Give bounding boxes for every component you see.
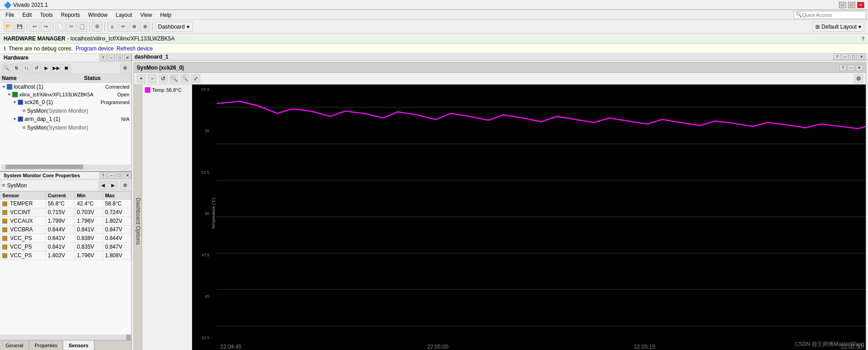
toolbar-settings[interactable]: ⚙ <box>92 22 102 32</box>
tab-general[interactable]: General <box>0 340 29 350</box>
hw-tree-node-sysmon2[interactable]: ▶ ≡ SysMon (System Monitor) <box>16 123 131 132</box>
search-icon: 🔍 <box>796 12 802 18</box>
sensor-cell-max: 0.847V <box>103 243 131 251</box>
table-row[interactable]: VCC_PS 1.802V 1.796V 1.808V <box>0 251 131 260</box>
hw-tree-node-sysmon1[interactable]: ▶ ≡ SysMon (System Monitor) <box>16 106 131 115</box>
sensor-scroll-indicator[interactable] <box>0 335 131 340</box>
chart-zoom-fit-button[interactable]: 🔍 <box>169 74 179 83</box>
hw-collapse-button[interactable]: ↑↓ <box>22 64 31 73</box>
hw-tree-node-localhost[interactable]: ▼ localhost (1) Connected <box>0 83 131 91</box>
table-row[interactable]: VCCAUX 1.799V 1.796V 1.802V <box>0 217 131 225</box>
table-row[interactable]: VCCBRA 0.844V 0.841V 0.847V <box>0 225 131 234</box>
sysmon-close-button[interactable]: ✕ <box>856 65 863 71</box>
menu-tools[interactable]: Tools <box>36 11 56 19</box>
props-minimize-button[interactable]: ─ <box>108 172 115 179</box>
menu-file[interactable]: File <box>2 11 18 19</box>
hw-tree-node-xck26[interactable]: ▼ xck26_0 (1) Programmed <box>11 98 131 106</box>
hardware-help-button[interactable]: ? <box>99 55 107 61</box>
table-row[interactable]: VCC_PS 0.841V 0.838V 0.844V <box>0 234 131 243</box>
undo-button[interactable]: ↩ <box>30 22 40 32</box>
dashboard-options-tab[interactable]: Dashboard Options <box>134 85 142 350</box>
hardware-minimize-button[interactable]: ─ <box>108 55 115 61</box>
toolbar-btn-4[interactable]: ✂ <box>66 22 76 32</box>
chart-zoom-in-button[interactable]: + <box>137 74 146 83</box>
close-button[interactable]: ✕ <box>857 2 864 8</box>
toolbar-btn-6[interactable]: ≡ <box>107 22 117 32</box>
tab-properties[interactable]: Properties <box>29 340 63 350</box>
table-row[interactable]: TEMPER 56.8°C 42.4°C 58.8°C <box>0 200 131 208</box>
chart-zoom-out-button[interactable]: − <box>148 74 157 83</box>
hw-sort-button[interactable]: ⇅ <box>12 64 21 73</box>
hw-name-localhost: localhost (1) <box>14 84 43 90</box>
save-button[interactable]: 💾 <box>15 22 25 32</box>
open-button[interactable]: 📂 <box>4 22 14 32</box>
watermark-text: CSDN @王师傅MasterWang <box>795 341 864 347</box>
table-row[interactable]: VCCINT 0.715V 0.703V 0.724V <box>0 208 131 217</box>
dashboard-close-button[interactable]: ✕ <box>858 54 865 60</box>
hardware-scrollbar-x[interactable] <box>1 165 130 170</box>
props-maximize-button[interactable]: □ <box>116 172 123 179</box>
props-help-button[interactable]: ? <box>99 172 107 179</box>
chart-fullscreen-button[interactable]: ⤢ <box>191 74 200 83</box>
sensor-cell-name: VCCINT <box>0 208 46 217</box>
menu-layout[interactable]: Layout <box>112 11 136 19</box>
menu-window[interactable]: Window <box>84 11 111 19</box>
minimize-button[interactable]: ─ <box>839 2 846 8</box>
chart-refresh-button[interactable]: ↺ <box>159 74 168 83</box>
dashboard-dropdown[interactable]: Dashboard ▾ <box>155 22 193 32</box>
y-axis-title: Temperature (°C) <box>211 198 216 229</box>
hw-tree-node-xilinx[interactable]: ▼ xilinx_tcf/Xilinx/XFL133LWZBK5A Open <box>5 91 131 98</box>
sensor-scroll-area[interactable]: Sensor Current Min Max TEMPER 56.8°C 42.… <box>0 191 131 335</box>
menu-edit[interactable]: Edit <box>19 11 35 19</box>
hw-tree-node-arm[interactable]: ▼ arm_dap_1 (1) N/A <box>11 115 131 123</box>
hardware-panel-controls[interactable]: ? ─ □ ✕ <box>99 55 131 61</box>
hw-refresh-button[interactable]: ↺ <box>32 64 41 73</box>
hardware-maximize-button[interactable]: □ <box>116 55 123 61</box>
sensor-scroll-thumb[interactable] <box>126 335 131 340</box>
props-settings-button[interactable]: ⚙ <box>120 181 129 190</box>
refresh-device-link[interactable]: Refresh device <box>116 45 153 52</box>
hw-stop-button[interactable]: ⏹ <box>62 64 71 73</box>
sysmon-minimize-button[interactable]: ─ <box>848 65 855 71</box>
chart-zoom-full-button[interactable]: 🔍 <box>180 74 189 83</box>
y-label-425: 42.5 <box>193 335 209 340</box>
menu-help[interactable]: Help <box>157 11 175 19</box>
toolbar-btn-3[interactable]: 📄 <box>55 22 65 32</box>
table-row[interactable]: VCC_PS 0.841V 0.835V 0.847V <box>0 243 131 251</box>
redo-button[interactable]: ↪ <box>40 22 50 32</box>
dashboard-minimize-button[interactable]: ─ <box>842 54 849 60</box>
hw-run-button[interactable]: ▶ <box>42 64 51 73</box>
toolbar-btn-5[interactable]: 📋 <box>77 22 87 32</box>
hw-search-button[interactable]: 🔍 <box>2 64 11 73</box>
menu-reports[interactable]: Reports <box>57 11 84 19</box>
sensor-cell-current: 0.844V <box>46 225 75 234</box>
search-input[interactable] <box>802 12 864 18</box>
hw-settings-button[interactable]: ⚙ <box>120 64 129 73</box>
hw-icon-arm <box>18 116 23 122</box>
hw-scroll-thumb[interactable] <box>5 165 83 169</box>
program-device-link[interactable]: Program device <box>75 45 114 52</box>
dashboard-maximize-button[interactable]: □ <box>850 54 857 60</box>
y-label-575: 57.5 <box>193 87 209 92</box>
props-panel-controls[interactable]: ? ─ □ ✕ <box>99 172 131 179</box>
sysmon-chart-controls[interactable]: ? ─ ✕ <box>839 65 863 71</box>
props-back-button[interactable]: ◀ <box>99 181 108 190</box>
sysmon-help-button[interactable]: ? <box>839 65 847 71</box>
toolbar-btn-8[interactable]: ⊕ <box>129 22 139 32</box>
dashboard-controls[interactable]: ? ─ □ ✕ <box>833 54 865 60</box>
props-forward-button[interactable]: ▶ <box>109 181 118 190</box>
layout-selector[interactable]: ⊞ Default Layout ▾ <box>812 22 864 32</box>
hardware-close-button[interactable]: ✕ <box>124 55 131 61</box>
props-close-button[interactable]: ✕ <box>124 172 131 179</box>
hw-manager-help[interactable]: ? <box>862 36 864 41</box>
tab-sensors[interactable]: Sensors <box>63 340 94 350</box>
dashboard-help-button[interactable]: ? <box>833 54 841 60</box>
hw-run-all-button[interactable]: ▶▶ <box>52 64 61 73</box>
toolbar-btn-9[interactable]: ⊗ <box>140 22 150 32</box>
search-box[interactable]: 🔍 <box>794 11 866 19</box>
window-controls[interactable]: ─ □ ✕ <box>839 2 864 8</box>
toolbar-btn-7[interactable]: ✏ <box>118 22 128 32</box>
menu-view[interactable]: View <box>137 11 156 19</box>
chart-settings-button[interactable]: ⚙ <box>854 74 863 83</box>
maximize-button[interactable]: □ <box>848 2 855 8</box>
